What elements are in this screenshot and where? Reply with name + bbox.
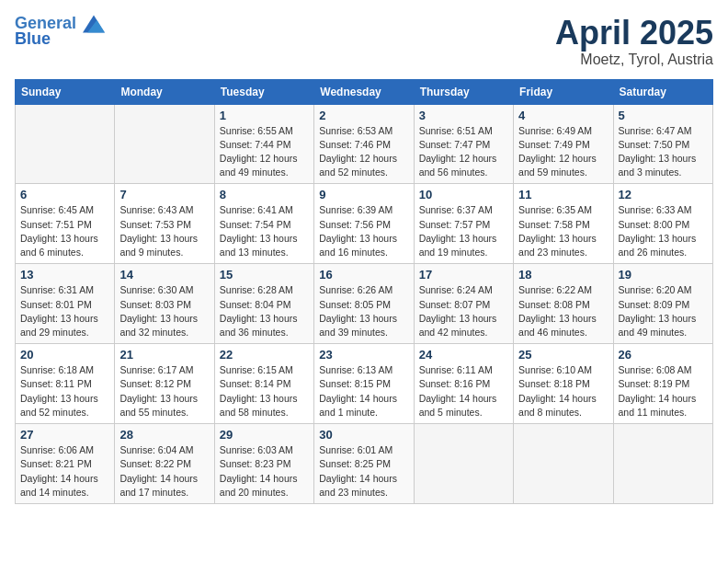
day-info: Sunrise: 6:13 AM Sunset: 8:15 PM Dayligh…: [319, 363, 408, 419]
day-info: Sunrise: 6:43 AM Sunset: 7:53 PM Dayligh…: [119, 203, 209, 259]
header-saturday: Saturday: [613, 79, 712, 104]
day-info: Sunrise: 6:20 AM Sunset: 8:09 PM Dayligh…: [619, 283, 708, 339]
header-tuesday: Tuesday: [214, 79, 313, 104]
day-info: Sunrise: 6:06 AM Sunset: 8:21 PM Dayligh…: [20, 443, 109, 500]
calendar-week-row: 6Sunrise: 6:45 AM Sunset: 7:51 PM Daylig…: [16, 184, 713, 264]
calendar-day-cell: 5Sunrise: 6:47 AM Sunset: 7:50 PM Daylig…: [613, 104, 712, 184]
day-info: Sunrise: 6:10 AM Sunset: 8:18 PM Dayligh…: [518, 363, 608, 419]
calendar-day-cell: 17Sunrise: 6:24 AM Sunset: 8:07 PM Dayli…: [414, 264, 513, 344]
calendar-day-cell: 1Sunrise: 6:55 AM Sunset: 7:44 PM Daylig…: [214, 104, 313, 184]
day-info: Sunrise: 6:41 AM Sunset: 7:54 PM Dayligh…: [220, 203, 309, 259]
day-info: Sunrise: 6:08 AM Sunset: 8:19 PM Dayligh…: [619, 363, 708, 419]
title-area: April 2025 Moetz, Tyrol, Austria: [555, 15, 713, 68]
calendar-title: April 2025: [555, 15, 713, 52]
calendar-day-cell: 18Sunrise: 6:22 AM Sunset: 8:08 PM Dayli…: [514, 264, 613, 344]
calendar-day-cell: [115, 104, 214, 184]
day-info: Sunrise: 6:01 AM Sunset: 8:25 PM Dayligh…: [319, 443, 408, 500]
calendar-week-row: 13Sunrise: 6:31 AM Sunset: 8:01 PM Dayli…: [16, 264, 713, 344]
day-info: Sunrise: 6:55 AM Sunset: 7:44 PM Dayligh…: [220, 124, 309, 180]
day-number: 24: [419, 348, 508, 362]
day-info: Sunrise: 6:31 AM Sunset: 8:01 PM Dayligh…: [20, 283, 109, 339]
day-info: Sunrise: 6:30 AM Sunset: 8:03 PM Dayligh…: [119, 283, 209, 339]
calendar-day-cell: 23Sunrise: 6:13 AM Sunset: 8:15 PM Dayli…: [314, 344, 414, 424]
calendar-week-row: 27Sunrise: 6:06 AM Sunset: 8:21 PM Dayli…: [16, 424, 713, 504]
header-wednesday: Wednesday: [314, 79, 414, 104]
calendar-day-cell: 14Sunrise: 6:30 AM Sunset: 8:03 PM Dayli…: [115, 264, 214, 344]
day-number: 11: [518, 188, 608, 201]
calendar-day-cell: 28Sunrise: 6:04 AM Sunset: 8:22 PM Dayli…: [115, 424, 214, 504]
day-number: 12: [619, 188, 708, 201]
day-number: 4: [518, 109, 608, 122]
day-number: 1: [220, 109, 309, 122]
day-info: Sunrise: 6:03 AM Sunset: 8:23 PM Dayligh…: [220, 443, 309, 500]
day-info: Sunrise: 6:53 AM Sunset: 7:46 PM Dayligh…: [319, 124, 408, 180]
day-info: Sunrise: 6:45 AM Sunset: 7:51 PM Dayligh…: [20, 203, 109, 259]
day-number: 30: [319, 428, 408, 442]
day-info: Sunrise: 6:35 AM Sunset: 7:58 PM Dayligh…: [518, 203, 608, 259]
header-sunday: Sunday: [16, 79, 115, 104]
day-number: 5: [619, 109, 708, 122]
day-number: 27: [20, 428, 109, 442]
calendar-day-cell: 6Sunrise: 6:45 AM Sunset: 7:51 PM Daylig…: [16, 184, 115, 264]
calendar-subtitle: Moetz, Tyrol, Austria: [555, 52, 713, 68]
calendar-day-cell: 15Sunrise: 6:28 AM Sunset: 8:04 PM Dayli…: [214, 264, 313, 344]
calendar-day-cell: 24Sunrise: 6:11 AM Sunset: 8:16 PM Dayli…: [414, 344, 513, 424]
day-info: Sunrise: 6:15 AM Sunset: 8:14 PM Dayligh…: [220, 363, 309, 419]
day-info: Sunrise: 6:51 AM Sunset: 7:47 PM Dayligh…: [419, 124, 508, 180]
day-number: 29: [220, 428, 309, 442]
calendar-day-cell: 25Sunrise: 6:10 AM Sunset: 8:18 PM Dayli…: [514, 344, 613, 424]
day-number: 22: [220, 348, 309, 362]
calendar-week-row: 20Sunrise: 6:18 AM Sunset: 8:11 PM Dayli…: [16, 344, 713, 424]
calendar-day-cell: 7Sunrise: 6:43 AM Sunset: 7:53 PM Daylig…: [115, 184, 214, 264]
page-header: General Blue April 2025 Moetz, Tyrol, Au…: [15, 15, 713, 68]
day-info: Sunrise: 6:11 AM Sunset: 8:16 PM Dayligh…: [419, 363, 508, 419]
day-info: Sunrise: 6:33 AM Sunset: 8:00 PM Dayligh…: [619, 203, 708, 259]
calendar-day-cell: [414, 424, 513, 504]
day-info: Sunrise: 6:22 AM Sunset: 8:08 PM Dayligh…: [518, 283, 608, 339]
logo-icon: [83, 15, 105, 33]
day-info: Sunrise: 6:39 AM Sunset: 7:56 PM Dayligh…: [319, 203, 408, 259]
logo: General Blue: [15, 15, 105, 49]
day-number: 7: [119, 188, 209, 201]
day-number: 14: [119, 268, 209, 282]
day-number: 9: [319, 188, 408, 201]
day-info: Sunrise: 6:47 AM Sunset: 7:50 PM Dayligh…: [619, 124, 708, 180]
day-info: Sunrise: 6:24 AM Sunset: 8:07 PM Dayligh…: [419, 283, 508, 339]
day-number: 8: [220, 188, 309, 201]
calendar-day-cell: 10Sunrise: 6:37 AM Sunset: 7:57 PM Dayli…: [414, 184, 513, 264]
day-number: 6: [20, 188, 109, 201]
calendar-day-cell: 20Sunrise: 6:18 AM Sunset: 8:11 PM Dayli…: [16, 344, 115, 424]
calendar-day-cell: 2Sunrise: 6:53 AM Sunset: 7:46 PM Daylig…: [314, 104, 414, 184]
calendar-day-cell: 29Sunrise: 6:03 AM Sunset: 8:23 PM Dayli…: [214, 424, 313, 504]
day-number: 16: [319, 268, 408, 282]
day-info: Sunrise: 6:17 AM Sunset: 8:12 PM Dayligh…: [119, 363, 209, 419]
calendar-day-cell: 27Sunrise: 6:06 AM Sunset: 8:21 PM Dayli…: [16, 424, 115, 504]
day-number: 25: [518, 348, 608, 362]
calendar-day-cell: 21Sunrise: 6:17 AM Sunset: 8:12 PM Dayli…: [115, 344, 214, 424]
day-number: 19: [619, 268, 708, 282]
day-number: 10: [419, 188, 508, 201]
calendar-day-cell: [613, 424, 712, 504]
header-friday: Friday: [514, 79, 613, 104]
calendar-day-cell: 3Sunrise: 6:51 AM Sunset: 7:47 PM Daylig…: [414, 104, 513, 184]
day-info: Sunrise: 6:28 AM Sunset: 8:04 PM Dayligh…: [220, 283, 309, 339]
calendar-day-cell: 8Sunrise: 6:41 AM Sunset: 7:54 PM Daylig…: [214, 184, 313, 264]
calendar-week-row: 1Sunrise: 6:55 AM Sunset: 7:44 PM Daylig…: [16, 104, 713, 184]
day-info: Sunrise: 6:04 AM Sunset: 8:22 PM Dayligh…: [119, 443, 209, 500]
day-number: 18: [518, 268, 608, 282]
calendar-day-cell: [16, 104, 115, 184]
day-info: Sunrise: 6:18 AM Sunset: 8:11 PM Dayligh…: [20, 363, 109, 419]
calendar-table: Sunday Monday Tuesday Wednesday Thursday…: [15, 79, 713, 504]
calendar-day-cell: 9Sunrise: 6:39 AM Sunset: 7:56 PM Daylig…: [314, 184, 414, 264]
header-thursday: Thursday: [414, 79, 513, 104]
day-number: 17: [419, 268, 508, 282]
day-number: 2: [319, 109, 408, 122]
day-number: 26: [619, 348, 708, 362]
day-number: 3: [419, 109, 508, 122]
day-info: Sunrise: 6:49 AM Sunset: 7:49 PM Dayligh…: [518, 124, 608, 180]
calendar-day-cell: 16Sunrise: 6:26 AM Sunset: 8:05 PM Dayli…: [314, 264, 414, 344]
calendar-day-cell: [514, 424, 613, 504]
calendar-day-cell: 13Sunrise: 6:31 AM Sunset: 8:01 PM Dayli…: [16, 264, 115, 344]
day-number: 28: [119, 428, 209, 442]
day-number: 20: [20, 348, 109, 362]
